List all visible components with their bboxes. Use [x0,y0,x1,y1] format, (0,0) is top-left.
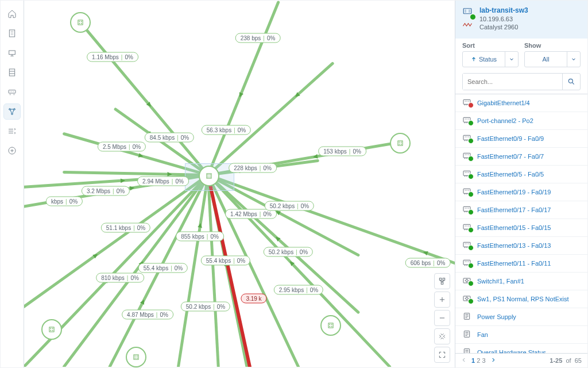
link-label[interactable]: 50.2 kbps|0% [181,302,230,312]
list-item[interactable]: FastEthernet0/19 - Fa0/19 [455,183,587,201]
list-item[interactable]: Port-channel2 - Po2 [455,112,587,130]
interface-link[interactable]: Fan [477,331,488,338]
link-label[interactable]: 238 bps|0% [235,33,281,43]
device-header: lab-transit-sw3 10.199.6.63 Catalyst 296… [455,1,587,39]
nav-network[interactable] [4,85,20,99]
fit-button[interactable] [434,328,450,344]
pager-next[interactable] [490,357,496,364]
details-panel: lab-transit-sw3 10.199.6.63 Catalyst 296… [455,1,587,367]
interface-link[interactable]: FastEthernet0/15 - Fa0/15 [477,224,551,231]
nav-device[interactable] [4,45,20,60]
pager-prev[interactable] [461,357,467,364]
interface-link[interactable]: Power Supply [477,313,516,320]
chevron-down-icon[interactable] [567,52,580,67]
nav-topology[interactable] [4,104,20,119]
link-label[interactable]: 153 kbps|0% [318,147,366,156]
chevron-down-icon[interactable] [505,52,518,67]
topology-canvas[interactable]: 238 bps|0%1.16 Mbps|0%56.3 kbps|0%84.5 k… [24,1,455,367]
device-name[interactable]: lab-transit-sw3 [479,6,528,14]
topology-node[interactable] [70,12,91,33]
search-input[interactable] [463,74,562,90]
list-item[interactable]: FastEthernet0/9 - Fa0/9 [455,130,587,148]
link-label[interactable]: 84.5 kbps|0% [145,133,194,143]
interface-link[interactable]: FastEthernet0/17 - Fa0/17 [477,206,551,213]
status-dot [468,227,474,233]
svg-rect-2 [9,69,14,76]
link-label[interactable]: 51.1 kbps|0% [101,223,150,233]
topology-node[interactable] [126,347,146,367]
pager-page[interactable]: 3 [482,357,485,364]
svg-rect-0 [9,30,14,37]
nav-home[interactable] [4,6,20,21]
zoom-out-button[interactable] [434,310,450,326]
list-item[interactable]: Overall Hardware Status [455,344,587,353]
interface-link[interactable]: FastEthernet0/13 - Fa0/13 [477,242,551,249]
sort-select[interactable]: Status [462,51,519,67]
topology-node[interactable] [41,319,62,340]
nav-flow[interactable] [4,124,20,139]
svg-point-76 [137,358,137,358]
topology-node[interactable] [320,315,341,336]
svg-rect-67 [328,323,333,328]
list-item[interactable]: Switch#1, Fan#1 [455,273,587,290]
link-label[interactable]: 2.5 Mbps|0% [98,142,146,152]
interface-link[interactable]: GigabitEthernet1/4 [477,99,530,106]
alert-link-label[interactable]: 3.19 k [241,294,266,304]
list-item[interactable]: FastEthernet0/11 - Fa0/11 [455,255,587,273]
link-label[interactable]: 4.87 Mbps|0% [122,310,173,320]
pager-page[interactable]: 2 [477,357,480,364]
svg-line-9 [81,24,208,175]
interface-link[interactable]: FastEthernet0/7 - Fa0/7 [477,153,544,160]
pager-page[interactable]: 1 [471,357,475,364]
link-label[interactable]: 55.4 kbps|0% [201,256,250,266]
document-icon [462,348,471,353]
nav-rack[interactable] [4,65,20,80]
list-item[interactable]: FastEthernet0/13 - Fa0/13 [455,237,587,255]
interface-link[interactable]: Port-channel2 - Po2 [477,117,533,124]
list-item[interactable]: Power Supply [455,308,587,326]
interface-link[interactable]: Sw1, PS1 Normal, RPS NotExist [477,296,569,302]
svg-point-75 [135,358,136,358]
interface-link[interactable]: FastEthernet0/5 - Fa0/5 [477,171,544,178]
nav-add[interactable] [4,143,20,158]
list-item[interactable]: FastEthernet0/7 - Fa0/7 [455,148,587,166]
status-dot [468,156,474,162]
link-label[interactable]: 855 kbps|0% [176,232,224,241]
topology-node[interactable] [390,133,411,154]
link-label[interactable]: 3.2 Mbps|0% [82,186,130,196]
link-label[interactable]: 56.3 kbps|0% [202,125,251,135]
link-label[interactable]: 228 kbps|0% [229,163,277,173]
list-item[interactable]: Fan [455,326,587,344]
svg-rect-82 [439,278,442,281]
zoom-in-button[interactable] [434,292,450,308]
link-label[interactable]: 50.2 kbps|0% [264,247,313,257]
link-label[interactable]: 2.95 kbps|0% [274,285,323,295]
layout-button[interactable] [434,273,450,289]
interface-link[interactable]: Switch#1, Fan#1 [477,278,524,285]
interface-link[interactable]: FastEthernet0/9 - Fa0/9 [477,135,544,142]
interface-link[interactable]: FastEthernet0/19 - Fa0/19 [477,189,551,195]
nav-building[interactable] [4,26,20,41]
svg-point-86 [568,79,572,83]
list-item[interactable]: Sw1, PS1 Normal, RPS NotExist [455,290,587,308]
list-item[interactable]: FastEthernet0/15 - Fa0/15 [455,219,587,237]
interface-link[interactable]: FastEthernet0/11 - Fa0/11 [477,260,551,267]
link-label[interactable]: 1.16 Mbps|0% [87,52,138,62]
svg-point-5 [14,109,16,110]
list-item[interactable]: FastEthernet0/17 - Fa0/17 [455,201,587,219]
link-label[interactable]: kbps|0% [46,197,83,206]
interface-link[interactable]: Overall Hardware Status [477,349,546,353]
search-button[interactable] [562,74,580,90]
hub-node[interactable] [199,166,219,186]
link-label[interactable]: 50.2 kbps|0% [265,201,314,211]
status-dot [468,245,474,251]
list-item[interactable]: FastEthernet0/5 - Fa0/5 [455,166,587,183]
svg-point-70 [330,326,330,327]
fullscreen-button[interactable] [434,347,450,363]
list-item[interactable]: GigabitEthernet1/4 [455,94,587,112]
link-label[interactable]: 55.4 kbps|0% [138,263,188,273]
link-label[interactable]: 606 bps|0% [405,258,451,268]
link-label[interactable]: 810 kbps|0% [96,273,144,283]
link-label[interactable]: 2.94 Mbps|0% [137,177,189,186]
show-select[interactable]: All [524,51,581,67]
